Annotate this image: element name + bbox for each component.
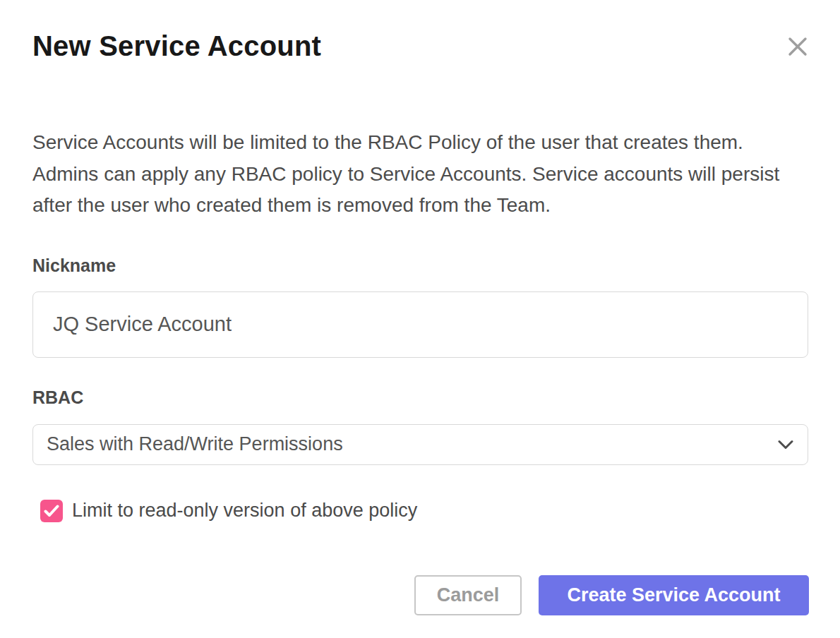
rbac-selected-value: Sales with Read/Write Permissions: [47, 433, 343, 455]
create-service-account-button[interactable]: Create Service Account: [539, 575, 809, 615]
rbac-select[interactable]: Sales with Read/Write Permissions: [32, 424, 808, 465]
readonly-checkbox-row[interactable]: Limit to read-only version of above poli…: [40, 500, 808, 522]
close-button[interactable]: [785, 34, 810, 59]
cancel-button[interactable]: Cancel: [414, 575, 522, 615]
checkmark-icon: [44, 505, 59, 517]
nickname-label: Nickname: [32, 255, 808, 276]
checkbox-checked[interactable]: [40, 500, 63, 522]
rbac-label: RBAC: [32, 387, 808, 408]
nickname-input[interactable]: [32, 291, 808, 358]
new-service-account-modal: New Service Account Service Accounts wil…: [0, 0, 840, 638]
modal-footer: Cancel Create Service Account: [414, 575, 809, 615]
readonly-checkbox-label: Limit to read-only version of above poli…: [72, 500, 417, 522]
chevron-down-icon: [778, 440, 793, 450]
close-icon: [787, 36, 808, 57]
modal-title: New Service Account: [32, 28, 808, 64]
modal-description: Service Accounts will be limited to the …: [32, 127, 808, 222]
